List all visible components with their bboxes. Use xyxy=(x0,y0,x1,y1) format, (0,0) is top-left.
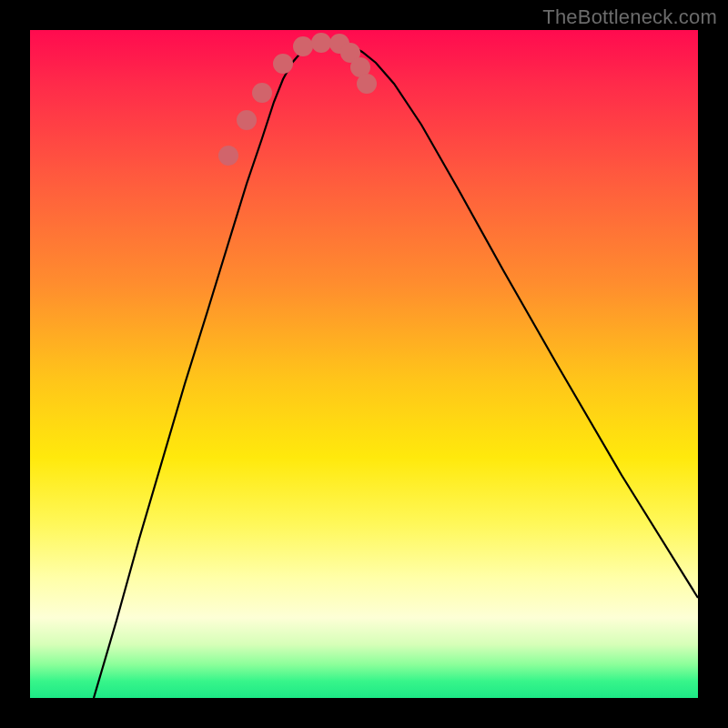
watermark-text: TheBottleneck.com xyxy=(542,5,717,29)
outer-frame: TheBottleneck.com xyxy=(0,0,728,728)
marker-dot xyxy=(273,54,293,74)
bottleneck-curve xyxy=(94,41,698,698)
marker-dot xyxy=(357,74,377,94)
highlight-markers xyxy=(218,33,377,166)
marker-dot xyxy=(293,36,313,56)
marker-dot xyxy=(252,83,272,103)
marker-dot xyxy=(218,146,238,166)
marker-dot xyxy=(311,33,331,53)
plot-area xyxy=(30,30,698,698)
curve-svg xyxy=(30,30,698,698)
marker-dot xyxy=(237,110,257,130)
